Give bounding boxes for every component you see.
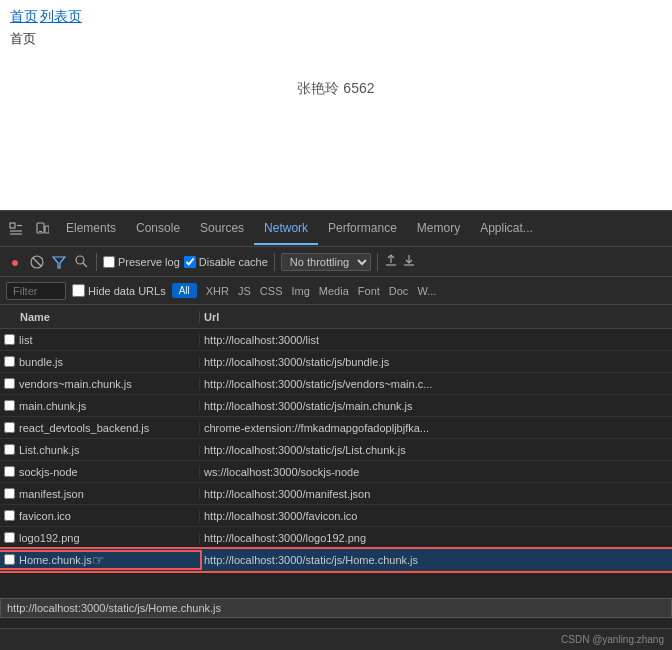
nav-link-home[interactable]: 首页 <box>10 8 38 24</box>
cell-url-logo: http://localhost:3000/logo192.png <box>200 532 672 544</box>
row-checkbox-logo[interactable] <box>4 532 15 543</box>
row-checkbox-manifest[interactable] <box>4 488 15 499</box>
cell-name-favicon: favicon.ico <box>0 510 200 522</box>
tab-memory[interactable]: Memory <box>407 213 470 245</box>
svg-line-8 <box>33 258 41 266</box>
toolbar-separator-1 <box>96 253 97 271</box>
svg-marker-9 <box>53 257 65 268</box>
row-name-list-chunk: List.chunk.js <box>19 444 80 456</box>
table-row[interactable]: vendors~main.chunk.js http://localhost:3… <box>0 373 672 395</box>
svg-line-11 <box>83 263 87 267</box>
browser-page: 首页列表页 首页 张艳玲 6562 <box>0 0 672 210</box>
row-checkbox-sockjs[interactable] <box>4 466 15 477</box>
throttling-select[interactable]: No throttling Fast 3G Slow 3G Offline <box>281 253 371 271</box>
filter-doc[interactable]: Doc <box>386 284 412 298</box>
row-checkbox-react[interactable] <box>4 422 15 433</box>
cell-url-favicon: http://localhost:3000/favicon.ico <box>200 510 672 522</box>
filter-css[interactable]: CSS <box>257 284 286 298</box>
tab-elements[interactable]: Elements <box>56 213 126 245</box>
hide-data-urls-checkbox[interactable] <box>72 284 85 297</box>
row-name-logo: logo192.png <box>19 532 80 544</box>
page-nav: 首页列表页 <box>0 0 672 28</box>
row-name-manifest: manifest.json <box>19 488 84 500</box>
svg-point-10 <box>76 256 84 264</box>
status-bar: CSDN @yanling.zhang <box>0 628 672 650</box>
table-row-selected[interactable]: Home.chunk.js ☞ http://localhost:3000/st… <box>0 549 672 571</box>
row-name-vendors: vendors~main.chunk.js <box>19 378 132 390</box>
page-center-text: 张艳玲 6562 <box>297 80 374 98</box>
table-row[interactable]: List.chunk.js http://localhost:3000/stat… <box>0 439 672 461</box>
disable-cache-text: Disable cache <box>199 256 268 268</box>
filter-types: XHR JS CSS Img Media Font Doc W... <box>203 284 440 298</box>
row-checkbox-list[interactable] <box>4 334 15 345</box>
filter-icon[interactable] <box>50 253 68 271</box>
col-url-header: Url <box>200 311 672 323</box>
table-row[interactable]: favicon.ico http://localhost:3000/favico… <box>0 505 672 527</box>
filter-js[interactable]: JS <box>235 284 254 298</box>
filter-all-button[interactable]: All <box>172 283 197 298</box>
row-name-favicon: favicon.ico <box>19 510 71 522</box>
row-checkbox-list-chunk[interactable] <box>4 444 15 455</box>
row-name-react: react_devtools_backend.js <box>19 422 149 434</box>
devtools-panel: Elements Console Sources Network Perform… <box>0 210 672 650</box>
filter-bar: Hide data URLs All XHR JS CSS Img Media … <box>0 277 672 305</box>
cell-url-bundle: http://localhost:3000/static/js/bundle.j… <box>200 356 672 368</box>
tab-console[interactable]: Console <box>126 213 190 245</box>
cell-name-home: Home.chunk.js ☞ <box>0 552 200 568</box>
preserve-log-checkbox[interactable] <box>103 256 115 268</box>
table-row[interactable]: logo192.png http://localhost:3000/logo19… <box>0 527 672 549</box>
devtools-tabs-bar: Elements Console Sources Network Perform… <box>0 211 672 247</box>
filter-ws[interactable]: W... <box>414 284 439 298</box>
table-row[interactable]: sockjs-node ws://localhost:3000/sockjs-n… <box>0 461 672 483</box>
toolbar-separator-3 <box>377 253 378 271</box>
device-toolbar-icon[interactable] <box>30 217 54 241</box>
filter-media[interactable]: Media <box>316 284 352 298</box>
filter-input[interactable] <box>6 282 66 300</box>
url-tooltip: http://localhost:3000/static/js/Home.chu… <box>0 598 672 618</box>
row-name-sockjs: sockjs-node <box>19 466 78 478</box>
search-icon[interactable] <box>72 253 90 271</box>
disable-cache-label[interactable]: Disable cache <box>184 256 268 268</box>
svg-rect-0 <box>10 223 15 228</box>
row-checkbox-home[interactable] <box>4 554 15 565</box>
tab-sources[interactable]: Sources <box>190 213 254 245</box>
toolbar-separator-2 <box>274 253 275 271</box>
import-icon[interactable] <box>384 253 398 270</box>
export-icon[interactable] <box>402 253 416 270</box>
network-toolbar: ● Preserve log Disable cache <box>0 247 672 277</box>
row-checkbox-main[interactable] <box>4 400 15 411</box>
filter-img[interactable]: Img <box>288 284 312 298</box>
cell-name-list-chunk: List.chunk.js <box>0 444 200 456</box>
inspect-element-icon[interactable] <box>4 217 28 241</box>
filter-xhr[interactable]: XHR <box>203 284 232 298</box>
row-checkbox-bundle[interactable] <box>4 356 15 367</box>
preserve-log-text: Preserve log <box>118 256 180 268</box>
cursor-icon: ☞ <box>92 552 105 568</box>
hide-data-urls-label[interactable]: Hide data URLs <box>72 284 166 297</box>
cell-name-manifest: manifest.json <box>0 488 200 500</box>
row-checkbox-vendors[interactable] <box>4 378 15 389</box>
table-row[interactable]: main.chunk.js http://localhost:3000/stat… <box>0 395 672 417</box>
cell-url-list: http://localhost:3000/list <box>200 334 672 346</box>
tab-network[interactable]: Network <box>254 213 318 245</box>
cell-url-list-chunk: http://localhost:3000/static/js/List.chu… <box>200 444 672 456</box>
row-checkbox-favicon[interactable] <box>4 510 15 521</box>
row-name-list: list <box>19 334 32 346</box>
page-breadcrumb: 首页 <box>0 28 672 50</box>
cell-name-sockjs: sockjs-node <box>0 466 200 478</box>
tab-application[interactable]: Applicat... <box>470 213 543 245</box>
table-row[interactable]: list http://localhost:3000/list <box>0 329 672 351</box>
table-row[interactable]: manifest.json http://localhost:3000/mani… <box>0 483 672 505</box>
table-row[interactable]: bundle.js http://localhost:3000/static/j… <box>0 351 672 373</box>
svg-rect-5 <box>45 226 49 233</box>
table-row[interactable]: react_devtools_backend.js chrome-extensi… <box>0 417 672 439</box>
disable-cache-checkbox[interactable] <box>184 256 196 268</box>
cell-url-manifest: http://localhost:3000/manifest.json <box>200 488 672 500</box>
nav-link-list[interactable]: 列表页 <box>40 8 82 24</box>
tab-performance[interactable]: Performance <box>318 213 407 245</box>
page-content-center: 张艳玲 6562 <box>0 50 672 98</box>
record-button[interactable]: ● <box>6 253 24 271</box>
preserve-log-label[interactable]: Preserve log <box>103 256 180 268</box>
clear-button[interactable] <box>28 253 46 271</box>
filter-font[interactable]: Font <box>355 284 383 298</box>
